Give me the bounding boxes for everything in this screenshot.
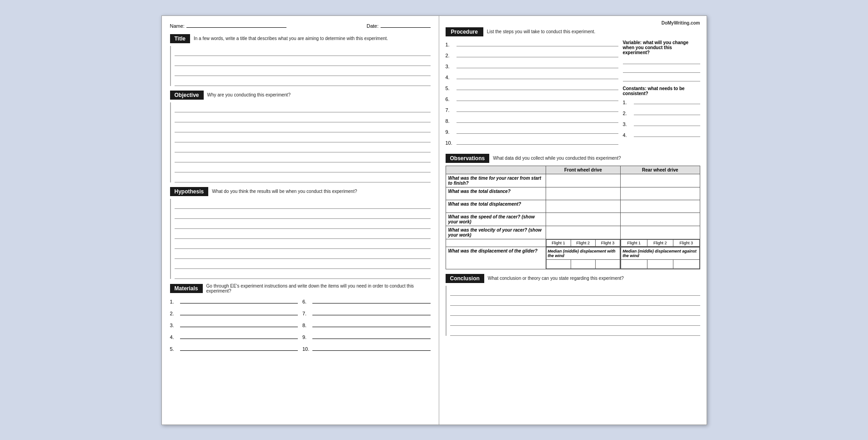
var-line-3[interactable] — [623, 74, 700, 81]
title-line-3[interactable] — [175, 66, 431, 76]
proc-line-3[interactable] — [457, 62, 618, 68]
conc-line-3[interactable] — [450, 306, 700, 316]
mat-line-7[interactable] — [312, 309, 431, 315]
obs-data-2-rear[interactable] — [621, 187, 700, 200]
proc-line-2[interactable] — [457, 51, 618, 57]
mat-line-6[interactable] — [312, 297, 431, 303]
glider-data-row: What was the displacement of the glider?… — [446, 247, 700, 269]
page: Name: Date: Title In a few words, write … — [161, 15, 707, 425]
name-field: Name: — [170, 23, 286, 29]
obs-data-4-rear[interactable] — [621, 212, 700, 226]
date-input[interactable] — [381, 27, 431, 28]
conclusion-writing-area[interactable] — [446, 286, 700, 336]
proc-line-8[interactable] — [457, 116, 618, 123]
glider-rear-subrow: Flight 1 Flight 2 Flight 3 — [621, 239, 699, 246]
const-line-3[interactable] — [634, 120, 700, 126]
mat-line-5[interactable] — [180, 344, 298, 351]
mat-line-8[interactable] — [312, 321, 431, 327]
const-line-1[interactable] — [634, 98, 700, 104]
hyp-line-2[interactable] — [175, 209, 431, 219]
obs-data-3-front[interactable] — [546, 200, 621, 212]
hyp-line-5[interactable] — [175, 239, 431, 249]
obs-data-5-rear[interactable] — [621, 226, 700, 239]
mat-line-9[interactable] — [312, 333, 431, 339]
table-row: What was the time for your racer from st… — [446, 174, 700, 187]
mat-num-4: 4. — [170, 334, 178, 340]
obj-line-5[interactable] — [175, 142, 431, 152]
observations-section: Observations What data did you collect w… — [446, 154, 700, 269]
name-label: Name: — [170, 23, 185, 29]
glider-rear-d3[interactable] — [673, 259, 699, 268]
title-line-2[interactable] — [175, 56, 431, 66]
proc-line-10[interactable] — [457, 138, 618, 145]
mat-num-10: 10. — [302, 346, 311, 352]
glider-rear-label-row: Median (middle) displacement against the… — [621, 247, 699, 259]
glider-front-f1: Flight 1 — [546, 239, 571, 246]
hyp-line-1[interactable] — [175, 199, 431, 209]
objective-section: Objective Why are you conducting this ex… — [170, 91, 431, 182]
var-line-1[interactable] — [623, 57, 700, 64]
obs-data-2-front[interactable] — [546, 187, 621, 200]
proc-line-6[interactable] — [457, 95, 618, 101]
hyp-line-6[interactable] — [175, 249, 431, 259]
obs-data-1-front[interactable] — [546, 174, 621, 187]
mat-line-10[interactable] — [312, 344, 431, 351]
col-header-rear: Rear wheel drive — [621, 166, 700, 174]
mat-line-3[interactable] — [180, 321, 298, 327]
glider-rear-d2[interactable] — [647, 259, 673, 268]
obs-data-3-rear[interactable] — [621, 200, 700, 212]
mat-line-4[interactable] — [180, 333, 298, 339]
title-writing-area[interactable] — [170, 46, 431, 86]
proc-step-1: 1. — [446, 40, 618, 47]
hyp-line-7[interactable] — [175, 259, 431, 269]
title-line-1[interactable] — [175, 46, 431, 56]
obs-data-5-front[interactable] — [546, 226, 621, 239]
proc-line-4[interactable] — [457, 73, 618, 79]
mat-line-2[interactable] — [180, 309, 298, 315]
conc-line-4[interactable] — [450, 316, 700, 326]
glider-front-d2[interactable] — [571, 259, 595, 268]
left-column: Name: Date: Title In a few words, write … — [162, 16, 439, 425]
mat-num-3: 3. — [170, 323, 178, 328]
title-line-4[interactable] — [175, 76, 431, 86]
proc-line-5[interactable] — [457, 84, 618, 90]
proc-line-1[interactable] — [457, 40, 618, 46]
const-line-2[interactable] — [634, 109, 700, 115]
observations-label: Observations — [446, 154, 490, 163]
conc-line-2[interactable] — [450, 296, 700, 306]
proc-line-9[interactable] — [457, 127, 618, 134]
mat-item-6: 6. — [302, 297, 431, 304]
var-line-2[interactable] — [623, 66, 700, 73]
proc-line-7[interactable] — [457, 106, 618, 112]
obj-line-3[interactable] — [175, 122, 431, 132]
glider-rear-d1[interactable] — [621, 259, 647, 268]
constants-title: Constants: what needs to be consistent? — [623, 86, 700, 96]
conc-line-5[interactable] — [450, 326, 700, 336]
name-input[interactable] — [186, 27, 286, 28]
obs-data-4-front[interactable] — [546, 212, 621, 226]
obj-line-4[interactable] — [175, 132, 431, 142]
obj-line-1[interactable] — [175, 102, 431, 112]
obj-line-6[interactable] — [175, 152, 431, 162]
obj-line-8[interactable] — [175, 172, 431, 182]
obj-line-2[interactable] — [175, 112, 431, 122]
obj-line-7[interactable] — [175, 162, 431, 172]
glider-front-subheaders: Flight 1 Flight 2 Flight 3 — [546, 239, 621, 247]
mat-item-8: 8. — [302, 321, 431, 328]
conc-line-1[interactable] — [450, 286, 700, 296]
hypothesis-writing-area[interactable] — [170, 199, 431, 279]
obs-data-1-rear[interactable] — [621, 174, 700, 187]
glider-front-d1[interactable] — [546, 259, 571, 268]
mat-line-1[interactable] — [180, 297, 298, 303]
hyp-line-3[interactable] — [175, 219, 431, 229]
glider-front-d3[interactable] — [595, 259, 620, 268]
mat-item-1: 1. — [170, 297, 298, 304]
obs-q-2: What was the total distance? — [446, 187, 546, 200]
mat-num-5: 5. — [170, 346, 178, 352]
const-line-4[interactable] — [634, 131, 700, 137]
glider-front-data-cells — [546, 259, 620, 268]
hyp-line-4[interactable] — [175, 229, 431, 239]
objective-writing-area[interactable] — [170, 102, 431, 182]
table-row: What was the total distance? — [446, 187, 700, 200]
hyp-line-8[interactable] — [175, 269, 431, 279]
